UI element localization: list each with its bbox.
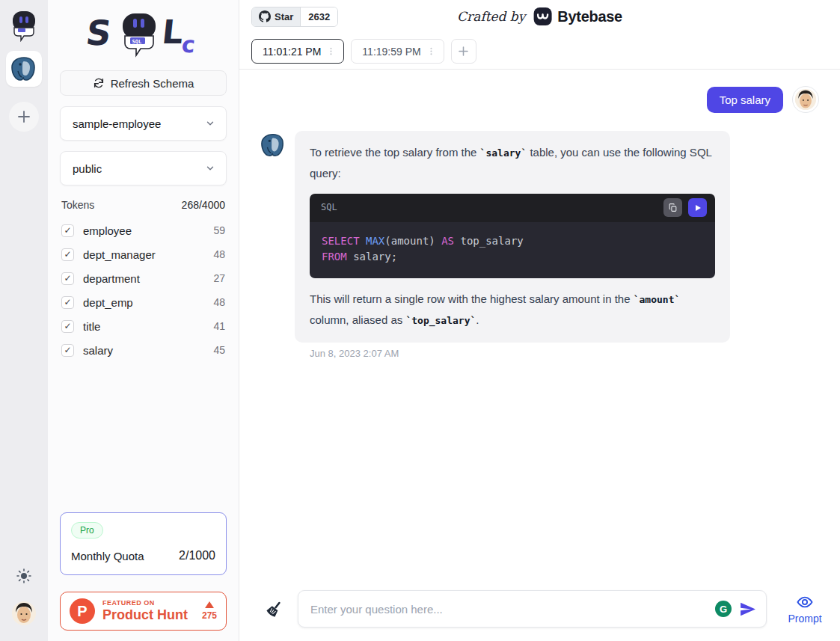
product-hunt-featured-label: FEATURED ON xyxy=(102,599,194,607)
refresh-icon xyxy=(93,77,105,89)
sql-code-block: SQL xyxy=(310,194,715,278)
grammarly-icon[interactable] xyxy=(715,601,732,617)
user-face-icon xyxy=(794,88,817,111)
connection-select-value: sample-employee xyxy=(73,117,161,130)
inline-code: `salary` xyxy=(480,147,527,159)
table-checkbox[interactable] xyxy=(61,296,74,309)
quota-value: 2/1000 xyxy=(179,549,215,562)
table-token-count: 45 xyxy=(213,344,225,356)
assistant-text: . xyxy=(476,313,479,326)
user-avatar[interactable] xyxy=(11,601,37,629)
copy-icon xyxy=(668,203,678,212)
schema-select-value: public xyxy=(73,162,102,175)
kebab-menu-icon[interactable] xyxy=(426,46,436,56)
user-message-bubble: Top salary xyxy=(707,87,783,113)
crafted-by-brand[interactable]: Crafted by Bytebase xyxy=(457,7,622,26)
table-checkbox[interactable] xyxy=(61,344,74,357)
eye-icon xyxy=(796,593,814,611)
inline-code: `amount` xyxy=(634,294,681,305)
github-icon xyxy=(259,10,271,22)
tokens-value: 268/4000 xyxy=(182,199,225,211)
composer: Prompt xyxy=(239,580,840,641)
pro-badge: Pro xyxy=(71,522,103,539)
conversation-tab[interactable]: 11:19:59 PM xyxy=(351,39,444,64)
sqlchat-logo-graphic: S SQL L c xyxy=(76,9,211,61)
play-icon xyxy=(693,203,702,212)
table-name: dept_emp xyxy=(83,296,213,309)
assistant-message-bubble: To retrieve the top salary from the `sal… xyxy=(295,131,730,343)
table-checkbox[interactable] xyxy=(61,224,74,237)
sql-text: (amount) xyxy=(384,235,441,247)
table-name: salary xyxy=(83,344,213,357)
add-connection-button[interactable] xyxy=(9,102,39,132)
table-row: employee 59 xyxy=(60,218,227,242)
table-row: salary 45 xyxy=(60,338,227,362)
new-conversation-button[interactable] xyxy=(451,39,476,64)
sql-function: MAX xyxy=(366,235,384,247)
tokens-row: Tokens 268/4000 xyxy=(61,199,225,211)
product-hunt-badge[interactable]: FEATURED ON Product Hunt 275 xyxy=(60,592,227,631)
product-hunt-icon xyxy=(70,598,95,624)
kebab-menu-icon[interactable] xyxy=(326,46,336,56)
chevron-down-icon xyxy=(205,163,215,174)
table-row: dept_manager 48 xyxy=(60,242,227,266)
inline-code: `top_salary` xyxy=(405,315,476,326)
sqlchat-logo: S SQL L c xyxy=(60,7,227,63)
question-input-container xyxy=(298,590,767,628)
upvote-triangle-icon xyxy=(205,601,214,608)
sql-chat-app: S SQL L c Refresh Schema sa xyxy=(0,0,840,641)
table-checkbox[interactable] xyxy=(61,320,74,333)
table-row: dept_emp 48 xyxy=(60,290,227,314)
schema-select[interactable]: public xyxy=(60,151,227,185)
plus-icon xyxy=(16,109,31,124)
prompt-button-label: Prompt xyxy=(788,613,821,625)
sql-keyword: FROM xyxy=(322,251,347,263)
conversation-tab[interactable]: 11:01:21 PM xyxy=(251,39,344,64)
conversation-tab-label: 11:19:59 PM xyxy=(362,46,420,58)
connection-item-postgres[interactable] xyxy=(6,51,42,87)
copy-code-button[interactable] xyxy=(663,198,682,217)
table-checkbox[interactable] xyxy=(61,248,74,261)
product-hunt-name: Product Hunt xyxy=(102,607,194,623)
chevron-down-icon xyxy=(205,118,215,129)
conversation-tabbar: 11:01:21 PM 11:19:59 PM xyxy=(239,33,840,70)
crafted-by-label: Crafted by xyxy=(457,9,525,24)
table-name: department xyxy=(83,272,213,285)
postgresql-avatar-icon xyxy=(260,132,286,158)
table-row: department 27 xyxy=(60,266,227,290)
product-hunt-vote-count: 275 xyxy=(202,610,217,621)
prompt-button[interactable]: Prompt xyxy=(780,593,830,625)
code-language-label: SQL xyxy=(321,199,657,215)
question-input[interactable] xyxy=(310,603,715,616)
send-icon xyxy=(738,600,757,619)
table-token-count: 59 xyxy=(213,224,225,236)
chat-scroll-area[interactable]: Top salary xyxy=(239,70,840,580)
svg-text:S: S xyxy=(83,13,114,53)
theme-toggle-button[interactable] xyxy=(16,568,32,587)
product-hunt-votes: 275 xyxy=(202,601,217,621)
assistant-text: To retrieve the top salary from the xyxy=(310,146,480,159)
table-token-count: 41 xyxy=(213,320,225,332)
table-name: employee xyxy=(83,224,213,237)
send-button[interactable] xyxy=(738,600,757,619)
tokens-label: Tokens xyxy=(61,199,94,211)
connection-select[interactable]: sample-employee xyxy=(60,106,227,141)
sidebar: S SQL L c Refresh Schema sa xyxy=(48,0,239,641)
refresh-schema-button[interactable]: Refresh Schema xyxy=(60,70,227,96)
run-query-button[interactable] xyxy=(688,198,707,217)
main-panel: Star 2632 Crafted by Bytebase 11:01:21 P… xyxy=(239,0,840,641)
table-name: dept_manager xyxy=(83,248,213,261)
table-name: title xyxy=(83,320,213,333)
svg-text:c: c xyxy=(180,31,196,58)
topbar: Star 2632 Crafted by Bytebase xyxy=(239,0,840,33)
user-face-icon xyxy=(11,601,37,626)
bytebase-logo-icon xyxy=(533,7,552,26)
conversation-tab-label: 11:01:21 PM xyxy=(263,46,321,58)
sqlchat-bot-avatar[interactable] xyxy=(6,7,42,43)
clear-conversation-broom-icon[interactable] xyxy=(265,599,284,619)
user-avatar xyxy=(792,86,819,113)
table-checkbox[interactable] xyxy=(61,272,74,285)
github-star-button[interactable]: Star 2632 xyxy=(251,7,338,27)
plus-icon xyxy=(457,45,470,58)
assistant-text: column, aliased as xyxy=(310,313,405,326)
